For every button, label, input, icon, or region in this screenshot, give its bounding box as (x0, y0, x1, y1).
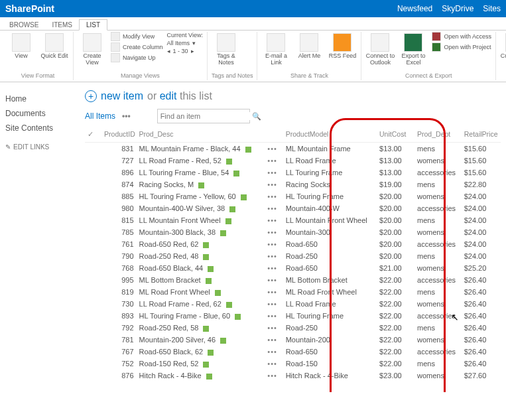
row-menu[interactable]: ••• (267, 180, 277, 188)
col-prod-desc[interactable]: Prod_Desc (137, 127, 265, 143)
row-menu[interactable]: ••• (267, 228, 277, 236)
row-menu[interactable]: ••• (267, 324, 277, 332)
row-menu[interactable]: ••• (267, 169, 277, 176)
cell-desc[interactable]: Road-250 Red, 58 (137, 322, 265, 334)
new-item-link[interactable]: new item (101, 90, 143, 102)
table-row[interactable]: 819ML Road Front Wheel •••ML Road Front … (85, 286, 501, 298)
row-menu[interactable]: ••• (267, 276, 277, 284)
cell-desc[interactable]: Road-250 Red, 48 (137, 250, 265, 262)
row-menu[interactable]: ••• (267, 348, 277, 356)
row-menu[interactable]: ••• (267, 312, 277, 320)
topnav-skydrive[interactable]: SkyDrive (442, 4, 474, 13)
row-menu[interactable]: ••• (267, 157, 277, 165)
table-row[interactable]: 815LL Mountain Front Wheel •••LL Mountai… (85, 214, 501, 226)
cell-desc[interactable]: Hitch Rack - 4-Bike (137, 370, 265, 382)
tab-browse[interactable]: BROWSE (3, 20, 45, 30)
edit-list-link[interactable]: edit (160, 90, 177, 102)
row-menu[interactable]: ••• (267, 192, 277, 200)
row-menu[interactable]: ••• (267, 145, 277, 153)
nav-site-contents[interactable]: Site Contents (5, 121, 85, 135)
cell-desc[interactable]: LL Touring Frame - Blue, 54 (137, 167, 265, 178)
table-row[interactable]: 730LL Road Frame - Red, 62 •••LL Road Fr… (85, 298, 501, 310)
btn-open-access[interactable]: Open with Access (432, 32, 491, 41)
btn-tags-notes[interactable]: Tags & Notes (212, 32, 241, 66)
edit-links[interactable]: ✎EDIT LINKS (5, 143, 85, 151)
cell-desc[interactable]: Mountain-200 Silver, 46 (137, 334, 265, 346)
topnav-sites[interactable]: Sites (483, 4, 501, 13)
btn-rss[interactable]: RSS Feed (328, 32, 357, 60)
current-view-select[interactable]: All Items ▾ (167, 40, 203, 46)
table-row[interactable]: 768Road-650 Black, 44 •••Road-650$21.00w… (85, 262, 501, 274)
btn-alert-me[interactable]: Alert Me (294, 32, 324, 60)
btn-connect-outlook[interactable]: Connect to Outlook (365, 32, 395, 66)
paging[interactable]: ◂ 1 - 30 ▸ (167, 48, 203, 54)
btn-create-view[interactable]: Create View (78, 32, 107, 66)
cell-desc[interactable]: Racing Socks, M (137, 178, 265, 190)
topnav-newsfeed[interactable]: Newsfeed (397, 4, 432, 13)
table-row[interactable]: 896LL Touring Frame - Blue, 54 •••LL Tou… (85, 167, 501, 178)
row-menu[interactable]: ••• (267, 240, 277, 248)
table-row[interactable]: 831ML Mountain Frame - Black, 44 •••ML M… (85, 143, 501, 155)
cell-desc[interactable]: HL Touring Frame - Blue, 60 (137, 310, 265, 322)
table-row[interactable]: 980Mountain-400-W Silver, 38 •••Mountain… (85, 202, 501, 214)
cell-desc[interactable]: ML Mountain Frame - Black, 44 (137, 143, 265, 155)
search-box[interactable]: 🔍 (157, 109, 250, 123)
table-row[interactable]: 876Hitch Rack - 4-Bike •••Hitch Rack - 4… (85, 370, 501, 382)
col-select[interactable]: ✓ (85, 127, 101, 143)
cell-desc[interactable]: Road-650 Red, 62 (137, 238, 265, 250)
cell-desc[interactable]: Road-150 Red, 52 (137, 358, 265, 370)
search-icon[interactable]: 🔍 (252, 112, 261, 121)
cell-desc[interactable]: LL Mountain Front Wheel (137, 214, 265, 226)
row-menu[interactable]: ••• (267, 288, 277, 296)
col-unit-cost[interactable]: UnitCost (377, 127, 414, 143)
row-menu[interactable]: ••• (267, 264, 277, 272)
table-row[interactable]: 727LL Road Frame - Red, 52 •••LL Road Fr… (85, 155, 501, 167)
row-menu[interactable]: ••• (267, 336, 277, 344)
cell-desc[interactable]: Road-650 Black, 62 (137, 346, 265, 358)
search-input[interactable] (160, 112, 252, 120)
cell-desc[interactable]: Mountain-300 Black, 38 (137, 226, 265, 238)
table-row[interactable]: 752Road-150 Red, 52 •••Road-150$22.00men… (85, 358, 501, 370)
table-row[interactable]: 885HL Touring Frame - Yellow, 60 •••HL T… (85, 190, 501, 202)
btn-export-excel[interactable]: Export to Excel (399, 32, 428, 66)
row-menu[interactable]: ••• (267, 216, 277, 224)
cell-desc[interactable]: LL Road Frame - Red, 62 (137, 298, 265, 310)
btn-navigate-up[interactable]: Navigate Up (111, 53, 163, 62)
col-prod-dept[interactable]: Prod_Dept (414, 127, 462, 143)
row-menu[interactable]: ••• (267, 372, 277, 380)
btn-view[interactable]: View (7, 32, 36, 60)
row-menu[interactable]: ••• (267, 300, 277, 308)
cell-desc[interactable]: Road-650 Black, 44 (137, 262, 265, 274)
col-prod-id[interactable]: ProductID (101, 127, 136, 143)
btn-modify-view[interactable]: Modify View (111, 32, 163, 41)
btn-email-link[interactable]: E-mail a Link (261, 32, 290, 66)
col-product-model[interactable]: ProductModel (283, 127, 377, 143)
row-menu[interactable]: ••• (267, 204, 277, 212)
table-row[interactable]: 785Mountain-300 Black, 38 •••Mountain-30… (85, 226, 501, 238)
cell-desc[interactable]: LL Road Frame - Red, 52 (137, 155, 265, 167)
btn-create-column[interactable]: Create Column (111, 42, 163, 52)
btn-quick-edit[interactable]: Quick Edit (40, 32, 69, 60)
cell-desc[interactable]: Mountain-400-W Silver, 38 (137, 202, 265, 214)
row-menu[interactable]: ••• (267, 252, 277, 260)
table-row[interactable]: 995ML Bottom Bracket •••ML Bottom Bracke… (85, 274, 501, 286)
table-row[interactable]: 790Road-250 Red, 48 •••Road-250$20.00men… (85, 250, 501, 262)
row-menu[interactable]: ••• (267, 360, 277, 368)
nav-documents[interactable]: Documents (5, 106, 85, 121)
col-retail-price[interactable]: RetailPrice (462, 127, 501, 143)
table-row[interactable]: 761Road-650 Red, 62 •••Road-650$20.00acc… (85, 238, 501, 250)
cell-desc[interactable]: ML Road Front Wheel (137, 286, 265, 298)
btn-customize-form[interactable]: Customize Form (500, 32, 506, 66)
tab-list[interactable]: LIST (79, 19, 107, 31)
view-all-items[interactable]: All Items (85, 111, 115, 121)
tab-items[interactable]: ITEMS (45, 20, 79, 30)
table-row[interactable]: 781Mountain-200 Silver, 46 •••Mountain-2… (85, 334, 501, 346)
table-row[interactable]: 792Road-250 Red, 58 •••Road-250$22.00men… (85, 322, 501, 334)
table-row[interactable]: 874Racing Socks, M •••Racing Socks$19.00… (85, 178, 501, 190)
table-row[interactable]: 893HL Touring Frame - Blue, 60 •••HL Tou… (85, 310, 501, 322)
cell-desc[interactable]: HL Touring Frame - Yellow, 60 (137, 190, 265, 202)
table-row[interactable]: 767Road-650 Black, 62 •••Road-650$22.00a… (85, 346, 501, 358)
plus-icon[interactable]: + (85, 90, 97, 102)
cell-desc[interactable]: ML Bottom Bracket (137, 274, 265, 286)
btn-open-project[interactable]: Open with Project (432, 42, 491, 52)
